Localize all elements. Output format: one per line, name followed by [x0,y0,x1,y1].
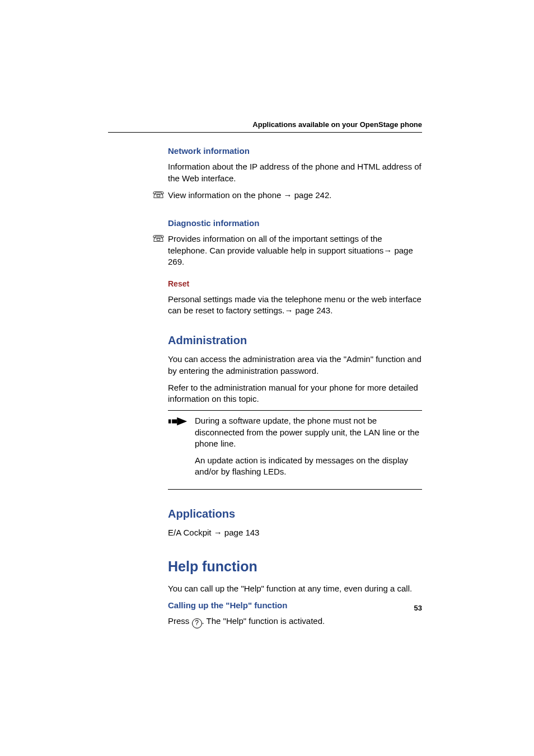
phone-icon [152,233,168,273]
page-number: 53 [414,603,422,613]
administration-para-1: You can access the administration area v… [168,354,422,377]
running-head: Applications available on your OpenStage… [168,120,422,132]
note-text: During a software update, the phone must… [195,415,422,483]
page-ref[interactable]: page 243. [293,306,332,315]
help-key-icon: ? [192,618,202,628]
diagnostic-info-heading: Diagnostic information [168,218,422,229]
arrow-icon: → [284,306,293,315]
diagnostic-info-para: Provides information on all of the impor… [168,233,422,267]
arrow-icon: → [284,190,292,200]
arrow-icon: → [383,246,392,255]
help-para-2: Press ?. The "Help" function is activate… [168,616,422,628]
phone-icon [152,190,168,206]
network-info-para-1: Information about the IP address of the … [168,161,422,184]
network-info-heading: Network information [168,145,422,157]
help-function-heading: Help function [168,557,422,576]
page-ref[interactable]: page 143 [222,528,260,537]
reset-para: Personal settings made via the telephone… [168,294,422,317]
svg-rect-0 [168,420,171,424]
applications-heading: Applications [168,506,422,522]
page: Applications available on your OpenStage… [0,0,534,756]
help-subheading: Calling up the "Help" function [168,600,422,611]
note-para-2: An update action is indicated by message… [195,455,422,478]
text: E/A Cockpit [168,528,214,537]
note-arrow-icon [168,415,191,483]
svg-marker-2 [177,417,187,425]
svg-rect-1 [172,420,177,424]
arrow-icon: → [214,528,222,537]
text: View information on the phone [168,190,284,200]
page-ref[interactable]: page 242. [292,190,332,200]
text: . The "Help" function is activated. [202,616,325,626]
help-para-1: You can call up the "Help" function at a… [168,583,422,594]
reset-heading: Reset [168,279,422,289]
content-area: Network information Information about th… [0,142,422,634]
note-box: During a software update, the phone must… [168,410,422,489]
network-info-para-2: View information on the phone → page 242… [168,190,422,201]
note-para-1: During a software update, the phone must… [195,415,422,449]
administration-heading: Administration [168,333,422,348]
running-head-rule [108,132,422,133]
text: Provides information on all of the impor… [168,234,383,255]
text: Press [168,616,192,626]
applications-para: E/A Cockpit → page 143 [168,527,422,538]
administration-para-2: Refer to the administration manual for y… [168,382,422,405]
